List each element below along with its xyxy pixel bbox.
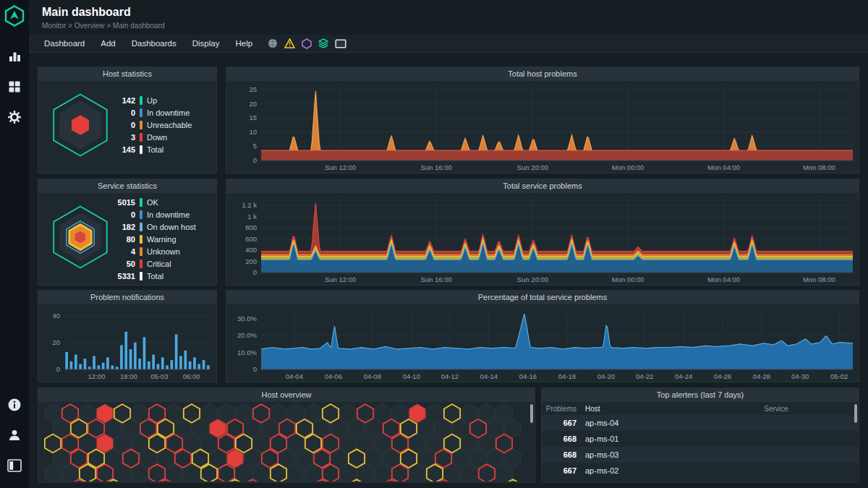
menu-dashboard[interactable]: Dashboard bbox=[36, 35, 93, 52]
stat-value: 0 bbox=[108, 210, 135, 219]
svg-text:04-28: 04-28 bbox=[753, 372, 770, 380]
stat-value: 182 bbox=[108, 223, 135, 231]
svg-text:200: 200 bbox=[245, 257, 257, 265]
svg-text:04-26: 04-26 bbox=[714, 372, 731, 380]
monitor-nav-icon[interactable] bbox=[7, 48, 22, 64]
stat-value: 5015 bbox=[108, 198, 135, 207]
panel-title-service-problems-percentage: Percentage of total service problems bbox=[226, 291, 859, 304]
svg-text:20: 20 bbox=[52, 338, 60, 346]
panel-total-host-problems: Total host problems 0510152025Sun 12:00S… bbox=[226, 67, 859, 174]
svg-text:Sun 20:00: Sun 20:00 bbox=[517, 275, 548, 283]
stat-row[interactable]: 0Unreachable bbox=[108, 119, 213, 131]
stat-label: In downtime bbox=[147, 210, 190, 219]
stat-label: Critical bbox=[147, 260, 171, 268]
stat-row[interactable]: 5015OK bbox=[108, 196, 213, 208]
svg-text:20.0%: 20.0% bbox=[237, 331, 257, 339]
stat-value: 0 bbox=[108, 121, 135, 129]
problems-count: 667 bbox=[542, 419, 585, 427]
alerter-row[interactable]: 667ap-ms-02 bbox=[542, 463, 859, 479]
stat-row[interactable]: 80Warning bbox=[108, 233, 213, 245]
alerter-row[interactable]: 668ap-ms-03 bbox=[542, 447, 859, 463]
stat-row[interactable]: 182On down host bbox=[108, 221, 213, 233]
stat-value: 142 bbox=[108, 96, 135, 105]
svg-text:400: 400 bbox=[245, 246, 257, 254]
menu-dashboards[interactable]: Dashboards bbox=[124, 35, 184, 52]
svg-text:1.2 k: 1.2 k bbox=[242, 201, 257, 209]
breadcrumb: Monitor > Overview > Main dashboard bbox=[42, 22, 855, 30]
alerters-table-body: 667ap-ms-04668ap-ms-01668ap-ms-03667ap-m… bbox=[542, 415, 859, 479]
stat-value: 5331 bbox=[108, 272, 135, 281]
stat-label: Total bbox=[147, 272, 163, 281]
stat-row[interactable]: 5331Total bbox=[108, 270, 213, 282]
user-icon[interactable] bbox=[7, 427, 22, 443]
problem-notifications-chart: 0204012:0018:0005-0306:00 bbox=[38, 304, 216, 382]
checkmk-logo-icon[interactable] bbox=[4, 5, 25, 27]
svg-text:04-12: 04-12 bbox=[441, 372, 459, 380]
setup-gear-icon[interactable] bbox=[7, 109, 22, 125]
layers-icon[interactable] bbox=[318, 38, 328, 48]
alerter-row[interactable]: 667ap-ms-04 bbox=[542, 415, 859, 431]
console-icon[interactable] bbox=[335, 39, 346, 48]
column-service[interactable]: Service bbox=[694, 405, 859, 413]
host-link[interactable]: ap-ms-03 bbox=[585, 450, 694, 459]
menu-help[interactable]: Help bbox=[227, 35, 260, 52]
host-link[interactable]: ap-ms-04 bbox=[585, 419, 694, 427]
column-problems[interactable]: Problems bbox=[542, 405, 585, 413]
svg-text:05-02: 05-02 bbox=[830, 372, 848, 380]
svg-text:Sun 20:00: Sun 20:00 bbox=[517, 163, 548, 171]
svg-text:04-22: 04-22 bbox=[636, 372, 653, 380]
svg-text:04-14: 04-14 bbox=[480, 372, 498, 380]
stat-row[interactable]: 0In downtime bbox=[108, 106, 213, 119]
hexagon-icon[interactable] bbox=[302, 38, 312, 49]
host-overview-scrollbar[interactable] bbox=[530, 404, 533, 423]
stat-row[interactable]: 142Up bbox=[108, 94, 213, 106]
state-color-chip bbox=[140, 121, 142, 129]
column-host[interactable]: Host bbox=[585, 405, 694, 413]
svg-text:04-18: 04-18 bbox=[558, 372, 576, 380]
stat-row[interactable]: 145Total bbox=[108, 143, 213, 155]
alerters-scrollbar[interactable] bbox=[854, 404, 857, 423]
host-overview-hexgrid[interactable] bbox=[38, 402, 535, 481]
stat-value: 4 bbox=[108, 247, 135, 256]
state-color-chip bbox=[140, 108, 142, 117]
svg-text:04-24: 04-24 bbox=[675, 372, 692, 380]
panel-title-host-overview: Host overview bbox=[38, 388, 535, 402]
menu-display[interactable]: Display bbox=[184, 35, 228, 52]
menu-add[interactable]: Add bbox=[93, 35, 123, 52]
svg-text:Mon 00:00: Mon 00:00 bbox=[612, 163, 644, 171]
state-color-chip bbox=[140, 133, 142, 142]
svg-text:0: 0 bbox=[253, 268, 257, 276]
panel-title-top-alerters: Top alerters (last 7 days) bbox=[542, 388, 859, 402]
panel-top-alerters: Top alerters (last 7 days) Problems Host… bbox=[541, 388, 859, 483]
stat-label: Total bbox=[147, 145, 163, 154]
stat-label: Down bbox=[147, 133, 167, 142]
service-statistics-list: 5015OK0In downtime182On down host80Warni… bbox=[108, 196, 213, 282]
page-title: Main dashboard bbox=[42, 6, 855, 19]
problems-count: 668 bbox=[542, 435, 585, 443]
warning-triangle-icon[interactable] bbox=[284, 38, 295, 48]
stat-row[interactable]: 50Critical bbox=[108, 257, 213, 270]
stat-row[interactable]: 3Down bbox=[108, 131, 213, 143]
host-statistics-list: 142Up0In downtime0Unreachable3Down145Tot… bbox=[108, 94, 213, 155]
panel-host-overview: Host overview bbox=[38, 388, 535, 483]
stat-value: 80 bbox=[108, 235, 135, 244]
stat-label: Warning bbox=[147, 235, 176, 244]
svg-text:06:00: 06:00 bbox=[183, 372, 200, 380]
alerter-row[interactable]: 668ap-ms-01 bbox=[542, 431, 859, 447]
stat-value: 145 bbox=[108, 145, 135, 154]
svg-text:04-16: 04-16 bbox=[519, 372, 537, 380]
stat-row[interactable]: 0In downtime bbox=[108, 208, 213, 221]
customize-nav-icon[interactable] bbox=[7, 79, 22, 95]
host-link[interactable]: ap-ms-01 bbox=[585, 435, 694, 443]
stat-value: 0 bbox=[108, 108, 135, 117]
info-icon[interactable] bbox=[7, 397, 22, 413]
globe-icon[interactable] bbox=[268, 38, 278, 48]
stat-row[interactable]: 4Unknown bbox=[108, 245, 213, 257]
state-color-chip bbox=[140, 145, 142, 154]
svg-text:Mon 04:00: Mon 04:00 bbox=[707, 275, 740, 283]
host-link[interactable]: ap-ms-02 bbox=[585, 466, 694, 475]
problems-count: 668 bbox=[542, 450, 585, 459]
header: Main dashboard Monitor > Overview > Main… bbox=[29, 0, 868, 35]
sidebar-toggle-icon[interactable] bbox=[7, 458, 22, 474]
svg-text:04-08: 04-08 bbox=[364, 372, 381, 380]
